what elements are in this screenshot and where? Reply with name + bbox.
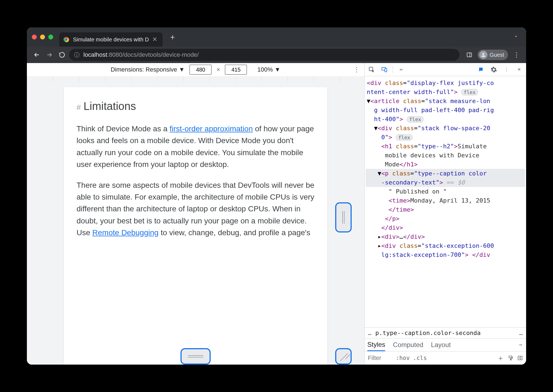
styles-toolbar: :hov .cls ＋ <box>365 351 526 365</box>
styles-filter-input[interactable] <box>368 354 393 362</box>
heading-anchor-icon[interactable]: # <box>77 101 81 113</box>
width-input[interactable] <box>190 65 211 75</box>
breadcrumb[interactable]: … p.type--caption.color-seconda … <box>365 327 526 338</box>
elements-tree[interactable]: <div class="display-flex justify-co nten… <box>365 76 526 327</box>
side-panel-icon[interactable] <box>464 49 475 60</box>
paint-icon[interactable] <box>508 355 514 361</box>
new-style-icon[interactable]: ＋ <box>497 353 504 363</box>
tab-computed[interactable]: Computed <box>393 339 423 351</box>
chrome-favicon-icon <box>63 36 70 43</box>
remote-debugging-link[interactable]: Remote Debugging <box>92 228 159 237</box>
maximize-window-button[interactable] <box>48 35 53 39</box>
viewport-ruler <box>27 76 364 82</box>
resize-handle-bottom[interactable] <box>180 348 211 365</box>
browser-tab[interactable]: Simulate mobile devices with D ✕ <box>59 32 163 47</box>
svg-rect-9 <box>518 356 522 360</box>
zoom-dropdown[interactable]: 100% ▼ <box>257 66 280 73</box>
reload-button[interactable] <box>57 49 67 60</box>
url-text: localhost:8080/docs/devtools/device-mode… <box>83 51 199 58</box>
toggle-sidebar-icon[interactable] <box>517 355 523 361</box>
devtools-menu-icon[interactable]: ⋮ <box>502 65 511 74</box>
profile-button[interactable]: Guest <box>478 50 508 60</box>
svg-rect-8 <box>510 359 511 360</box>
tab-layout[interactable]: Layout <box>431 339 451 351</box>
minimize-window-button[interactable] <box>40 35 45 39</box>
svg-rect-2 <box>467 53 472 57</box>
svg-rect-7 <box>509 356 512 358</box>
devtools-tabstrip: ⋮ ✕ <box>365 63 526 76</box>
svg-point-1 <box>65 38 67 41</box>
browser-toolbar: ⓘ localhost:8080/docs/devtools/device-mo… <box>27 47 526 63</box>
svg-point-3 <box>482 53 484 55</box>
devtools-close-icon[interactable]: ✕ <box>515 65 523 74</box>
section-heading: # Limitations <box>77 98 315 115</box>
svg-rect-6 <box>385 69 387 72</box>
page-content: # Limitations Think of Device Mode as a … <box>64 87 327 365</box>
settings-icon[interactable] <box>489 65 498 74</box>
first-order-link[interactable]: first-order approximation <box>170 124 253 133</box>
new-tab-button[interactable]: ＋ <box>169 32 176 42</box>
tabs-dropdown-icon[interactable] <box>513 33 519 39</box>
styles-tabstrip: Styles Computed Layout <box>365 338 526 351</box>
issues-icon[interactable] <box>477 65 486 74</box>
device-toolbar: Dimensions: Responsive ▼ × 100% ▼ ⋮ <box>27 63 364 76</box>
site-info-icon[interactable]: ⓘ <box>74 51 80 59</box>
title-bar: Simulate mobile devices with D ✕ ＋ <box>27 27 526 47</box>
device-more-icon[interactable]: ⋮ <box>353 66 360 73</box>
hov-toggle[interactable]: :hov <box>396 355 410 361</box>
tab-title: Simulate mobile devices with D <box>73 36 149 43</box>
window-controls <box>32 35 53 39</box>
profile-label: Guest <box>490 52 504 58</box>
toolbar-right: Guest ⋮ <box>464 49 522 60</box>
back-button[interactable] <box>31 49 42 60</box>
paragraph: There are some aspects of mobile devices… <box>77 179 315 239</box>
device-toggle-icon[interactable] <box>380 65 389 74</box>
viewport-body: # Limitations Think of Device Mode as a … <box>27 82 364 365</box>
device-viewport-panel: Dimensions: Responsive ▼ × 100% ▼ ⋮ # Li… <box>27 63 364 365</box>
resize-handle-right[interactable] <box>335 202 352 232</box>
styles-more-icon[interactable] <box>518 339 523 351</box>
tab-styles[interactable]: Styles <box>367 339 385 351</box>
resize-handle-corner[interactable] <box>335 348 352 365</box>
inspect-element-icon[interactable] <box>367 65 376 74</box>
browser-menu-button[interactable]: ⋮ <box>511 49 522 60</box>
address-bar[interactable]: ⓘ localhost:8080/docs/devtools/device-mo… <box>69 49 459 61</box>
tab-close-icon[interactable]: ✕ <box>152 36 157 43</box>
devtools-panel: ⋮ ✕ <div class="display-flex justify-co … <box>364 63 526 365</box>
more-tabs-icon[interactable] <box>397 65 405 74</box>
cls-toggle[interactable]: .cls <box>413 355 427 361</box>
dimension-separator: × <box>216 66 220 73</box>
avatar-icon <box>479 51 487 59</box>
close-window-button[interactable] <box>32 35 37 39</box>
dimensions-dropdown[interactable]: Dimensions: Responsive ▼ <box>111 66 185 73</box>
height-input[interactable] <box>225 65 247 75</box>
browser-window: Simulate mobile devices with D ✕ ＋ ⓘ loc… <box>27 27 526 365</box>
forward-button[interactable] <box>44 49 55 60</box>
paragraph: Think of Device Mode as a first-order ap… <box>77 123 315 171</box>
